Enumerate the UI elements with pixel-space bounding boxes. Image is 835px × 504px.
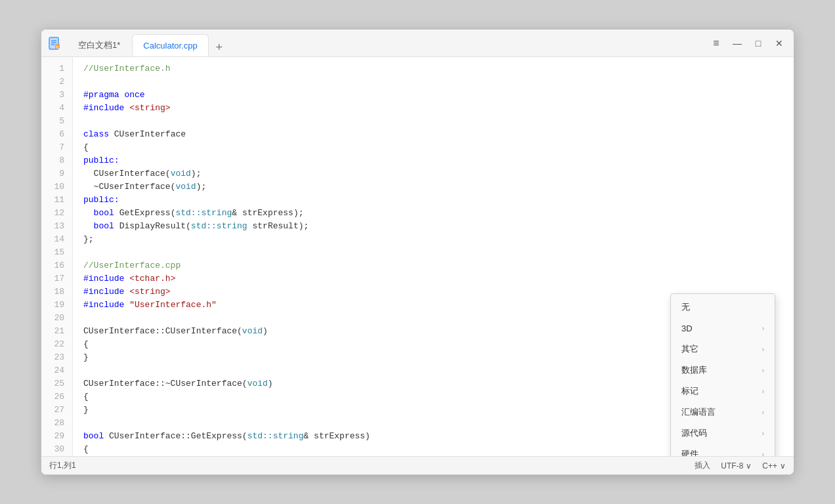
line-num: 23 (41, 351, 72, 364)
line-num: 13 (41, 220, 72, 233)
chevron-right-icon: › (762, 346, 764, 353)
line-num: 19 (41, 299, 72, 312)
menu-item-other[interactable]: 其它 › (671, 339, 775, 360)
close-button[interactable]: ✕ (770, 34, 788, 52)
code-line-1: //UserInterface.h (83, 62, 783, 75)
line-num: 27 (41, 404, 72, 417)
code-line-13: bool DisplayResult(std::string strResult… (83, 220, 783, 233)
line-num: 18 (41, 285, 72, 299)
code-line-14: }; (83, 233, 783, 246)
svg-text:C: C (56, 45, 60, 49)
line-num: 8 (41, 154, 72, 167)
maximize-button[interactable]: □ (749, 34, 767, 52)
code-line-2 (83, 75, 783, 89)
line-num: 24 (41, 364, 72, 377)
status-right-items: 插入 UTF-8 ∨ C++ ∨ (695, 460, 786, 471)
line-num: 7 (41, 141, 72, 154)
line-num: 16 (41, 259, 72, 272)
chevron-right-icon: › (762, 430, 764, 437)
code-line-11: public: (83, 194, 783, 207)
window-controls: ≡ — □ ✕ (707, 34, 788, 52)
line-num: 20 (41, 312, 72, 325)
main-window: C 空白文档1* Calculator.cpp + ≡ — □ (41, 29, 794, 475)
tab-list: 空白文档1* Calculator.cpp + (68, 30, 707, 56)
line-num: 12 (41, 207, 72, 220)
add-tab-button[interactable]: + (210, 38, 228, 56)
menu-item-database[interactable]: 数据库 › (671, 360, 775, 381)
line-num: 3 (41, 89, 72, 102)
insert-mode: 插入 (695, 460, 710, 471)
chevron-right-icon: › (762, 367, 764, 374)
menu-item-markup[interactable]: 标记 › (671, 381, 775, 402)
line-num: 28 (41, 417, 72, 430)
code-line-6: class CUserInterface (83, 128, 783, 141)
line-num: 5 (41, 115, 72, 128)
context-menu: 无 3D › 其它 › 数据库 › 标记 › 汇编语言 › (670, 293, 775, 456)
menu-item-3d[interactable]: 3D › (671, 318, 775, 339)
menu-item-source[interactable]: 源代码 › (671, 423, 775, 444)
line-num: 30 (41, 443, 72, 456)
line-num: 1 (41, 62, 72, 75)
line-num: 29 (41, 430, 72, 443)
app-logo: C (47, 35, 62, 51)
menu-item-hardware[interactable]: 硬件 › (671, 444, 775, 456)
code-line-8: public: (83, 154, 783, 167)
menu-item-none[interactable]: 无 (671, 297, 775, 318)
code-line-10: ~CUserInterface(void); (83, 180, 783, 194)
line-num: 21 (41, 325, 72, 338)
line-num: 9 (41, 167, 72, 180)
line-num: 11 (41, 194, 72, 207)
code-line-12: bool GetExpress(std::string& strExpress)… (83, 207, 783, 220)
code-line-7: { (83, 141, 783, 154)
language-selector[interactable]: C++ ∨ (762, 461, 786, 471)
line-num: 17 (41, 272, 72, 285)
tab-blank-doc[interactable]: 空白文档1* (68, 34, 131, 56)
line-num: 25 (41, 377, 72, 390)
chevron-right-icon: › (762, 409, 764, 416)
line-num: 22 (41, 338, 72, 351)
code-line-3: #pragma once (83, 89, 783, 102)
line-num: 10 (41, 180, 72, 194)
code-line-4: #include <string> (83, 102, 783, 115)
line-num: 14 (41, 233, 72, 246)
cursor-position: 行1,列1 (49, 460, 695, 471)
line-num: 4 (41, 102, 72, 115)
encoding-selector[interactable]: UTF-8 ∨ (721, 461, 752, 471)
code-line-5 (83, 115, 783, 128)
code-line-9: CUserInterface(void); (83, 167, 783, 180)
line-num: 15 (41, 246, 72, 259)
status-bar: 行1,列1 插入 UTF-8 ∨ C++ ∨ (41, 456, 794, 474)
menu-button[interactable]: ≡ (707, 34, 725, 52)
line-num: 26 (41, 390, 72, 404)
line-num: 6 (41, 128, 72, 141)
line-numbers: 1 2 3 4 5 6 7 8 9 10 11 12 13 14 15 16 1… (41, 57, 73, 456)
chevron-right-icon: › (762, 325, 764, 332)
chevron-right-icon: › (762, 388, 764, 395)
tab-calculator-cpp[interactable]: Calculator.cpp (132, 34, 208, 56)
code-line-17: #include <tchar.h> (83, 272, 783, 285)
chevron-right-icon: › (762, 451, 764, 457)
code-line-16: //UserInterface.cpp (83, 259, 783, 272)
minimize-button[interactable]: — (728, 34, 746, 52)
line-num: 2 (41, 75, 72, 89)
menu-item-assembly[interactable]: 汇编语言 › (671, 402, 775, 423)
code-line-15 (83, 246, 783, 259)
logo-icon: C (47, 36, 62, 51)
editor-area: 1 2 3 4 5 6 7 8 9 10 11 12 13 14 15 16 1… (41, 57, 794, 456)
title-bar: C 空白文档1* Calculator.cpp + ≡ — □ (41, 30, 794, 57)
